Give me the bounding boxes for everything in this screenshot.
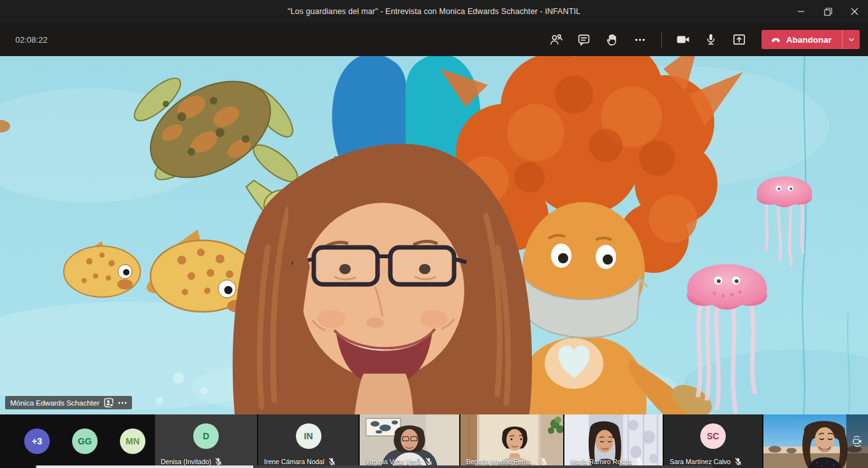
self-view-tile[interactable] <box>763 414 868 468</box>
participant-tile-sara[interactable]: SC Sara Martínez Calvo <box>664 414 762 468</box>
participant-name: María Ramiro Rocha <box>570 458 632 465</box>
participant-name: Denisa (Invitado) <box>161 458 211 465</box>
camera-on-icon <box>676 33 690 47</box>
overflow-count-avatar[interactable]: +3 <box>24 428 50 454</box>
teams-meeting-window: "Los guardianes del mar" - Entrevista co… <box>0 0 868 468</box>
hang-up-icon <box>770 34 781 45</box>
microphone-on-icon <box>704 33 717 47</box>
leave-button-label: Abandonar <box>786 35 832 45</box>
switch-camera-icon <box>851 435 864 448</box>
mic-muted-icon <box>425 457 433 465</box>
avatar-irene: IN <box>296 423 321 449</box>
avatar-denisa: D <box>193 423 219 449</box>
raise-hand-button[interactable] <box>601 29 623 50</box>
more-options-icon <box>633 33 647 47</box>
chevron-down-icon <box>848 36 855 43</box>
restore-icon <box>824 8 832 16</box>
share-screen-icon <box>732 33 746 47</box>
spotlight-person-icon <box>104 398 114 407</box>
participant-tile-denisa[interactable]: D Denisa (Invitado) <box>155 414 257 468</box>
window-title: "Los guardianes del mar" - Entrevista co… <box>288 7 580 16</box>
avatar-mn[interactable]: MN <box>120 428 145 454</box>
more-options-button[interactable] <box>629 29 651 50</box>
avatar-sara: SC <box>700 423 726 449</box>
leave-button[interactable]: Abandonar <box>761 30 842 49</box>
raise-hand-icon <box>605 33 619 47</box>
participant-name: Irene Cámara Nodal <box>264 458 325 465</box>
camera-button[interactable] <box>672 29 694 50</box>
more-options-icon <box>118 401 127 405</box>
mic-muted-icon <box>214 457 223 465</box>
switch-camera-button[interactable] <box>846 414 868 468</box>
participant-name: Begoña Merino Ferná... <box>466 458 536 465</box>
participant-tile-maria[interactable]: María Ramiro Rocha <box>564 414 663 468</box>
filmstrip-scrollbar-thumb[interactable] <box>36 465 253 468</box>
maximize-button[interactable] <box>814 0 841 23</box>
participant-tile-irene[interactable]: IN Irene Cámara Nodal <box>258 414 358 468</box>
leave-options-chevron[interactable] <box>842 30 860 49</box>
leave-split-button: Abandonar <box>761 30 860 49</box>
share-screen-button[interactable] <box>728 29 750 50</box>
microphone-button[interactable] <box>700 29 722 50</box>
chat-button[interactable] <box>573 29 595 50</box>
participant-tile-begona[interactable]: Begoña Merino Ferná... <box>460 414 563 468</box>
minimize-icon <box>797 8 805 15</box>
window-controls <box>788 0 868 23</box>
toolbar-actions: Abandonar <box>545 29 860 50</box>
mic-muted-icon <box>635 457 644 465</box>
mic-muted-icon <box>328 457 336 465</box>
window-titlebar: "Los guardianes del mar" - Entrevista co… <box>0 0 868 23</box>
minimize-button[interactable] <box>788 0 814 23</box>
participant-name: Sara Martínez Calvo <box>670 458 731 465</box>
meeting-timer: 02:08:22 <box>15 35 48 45</box>
meeting-toolbar: 02:08:22 <box>0 23 868 56</box>
participants-icon <box>549 33 563 47</box>
mic-muted-icon <box>540 457 548 465</box>
filmstrip-scrollbar <box>35 465 712 468</box>
main-speaker-video[interactable]: MONVALU <box>0 56 868 414</box>
overflow-avatars: +3 GG MN <box>0 414 155 468</box>
mic-muted-icon <box>734 457 742 465</box>
participant-name: Virginia Veas Vega <box>365 458 422 465</box>
participants-button[interactable] <box>545 29 567 50</box>
avatar-gg[interactable]: GG <box>72 428 98 454</box>
speaker-more-options-button[interactable] <box>118 401 127 405</box>
chat-icon <box>577 33 591 47</box>
speaker-name-tag: Mónica Edwards Schachter <box>5 396 132 409</box>
close-icon <box>851 8 858 15</box>
speaker-name: Mónica Edwards Schachter <box>10 399 99 407</box>
close-button[interactable] <box>841 0 868 23</box>
participant-tile-virginia[interactable]: Virginia Veas Vega <box>360 414 459 468</box>
toolbar-divider <box>661 31 662 48</box>
speaker-video-frame: MONVALU <box>0 56 868 414</box>
participant-filmstrip: +3 GG MN D Denisa (Invitado) IN Irene Cá… <box>0 414 868 468</box>
